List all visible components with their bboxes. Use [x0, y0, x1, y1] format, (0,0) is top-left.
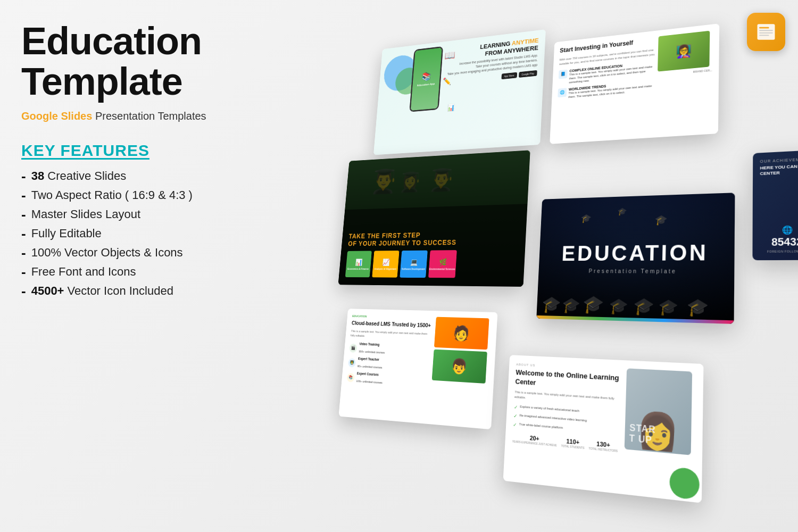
startup-text: START UP [629, 422, 656, 446]
slide2-content: Start Investing in Yourself With over 75… [556, 36, 659, 137]
app-store-btn[interactable]: App Store [501, 72, 517, 79]
slide6-item-2: 👨‍🏫 Expert Teacher 80+ unlimited courses [348, 356, 430, 373]
slide6-title: Cloud-based LMS Trusted by 1500+ [352, 319, 433, 329]
slide6-dot-2: 👨‍🏫 [348, 358, 356, 367]
slide7-feat1-text: Explore a variety of fresh educational t… [520, 404, 579, 413]
subtitle-rest: Presentation Templates [95, 110, 206, 122]
slide6-right: 🧑 👦 [429, 317, 492, 422]
slide-thumb-7: About Us Welcome to the Online Learning … [503, 355, 704, 503]
feature-text-5: 100% Vector Objects & Icons [31, 246, 183, 260]
slide7-feature-3: ✓ True white-label course platform [513, 421, 619, 436]
feature-bold-1: 38 [31, 169, 44, 182]
slide5-stats: 🌐 85432 FOREIGN FOLLOWERS 🏆 12233 CLASSE… [760, 222, 798, 253]
slide7-feat3-text: True white-label course platform [519, 422, 563, 430]
slide6-item3-text: 100+ unlimited courses [356, 380, 383, 385]
feature-text-3: Master Slides Layout [31, 207, 140, 221]
deco-pencil-icon: ✏️ [443, 77, 452, 86]
feature-dash-3: - [21, 207, 26, 221]
slide7-stat3-label: TOTAL INSTRUCTORS [588, 446, 618, 453]
slide6-item2-text: 80+ unlimited courses [358, 365, 383, 369]
slide7-feature-2: ✓ Re-imagined advanced interactive video… [513, 412, 620, 427]
slide6-item-3: 📚 Expert Courses 100+ unlimited courses [346, 371, 428, 389]
slide-thumb-1: 📚 Education App LEARNING ANYTIMEFROM ANY… [373, 29, 546, 155]
slide-thumb-3: 👨‍🎓 👩‍🎓 👨‍🎓 TAKE THE FIRST STEPOF YOUR J… [338, 150, 530, 287]
slide4-title-area: EDUCATION Presentation Template [561, 240, 708, 276]
slide7-stat1-label: YEARS EXPERIENCE JUST ACHIEVE [512, 439, 557, 447]
slides-preview: 📚 Education App LEARNING ANYTIMEFROM ANY… [319, 0, 798, 532]
check-icon-1: ✓ [514, 404, 518, 410]
feature-bold-7: 4500+ [31, 284, 64, 297]
slide7-photo: 👩 START UP [625, 368, 693, 455]
slide7-stats: 20+ YEARS EXPERIENCE JUST ACHIEVE 110+ T… [512, 433, 619, 453]
google-play-btn[interactable]: Google Play [519, 70, 537, 78]
slide7-stat-2: 110+ TOTAL STUDENTS [561, 437, 585, 450]
slide6-tag: Education [352, 314, 433, 320]
slide7-stat2-num: 110+ [561, 437, 585, 446]
slide2-image-area: 👩‍🏫 BRAND CER... [656, 30, 712, 131]
card-analysis: 📈 Analysis of Alignment [372, 251, 399, 278]
brand-name: Google Slides [21, 110, 92, 122]
feature-dash-7: - [21, 284, 26, 298]
slide3-content: TAKE THE FIRST STEPOF YOUR JOURNEY TO SU… [345, 230, 519, 278]
slide7-left: About Us Welcome to the Online Learning … [511, 363, 621, 485]
slide7-circle [669, 467, 700, 500]
slide-thumb-4: 🎓 🎓 🎓 🎓 🎓 🎓 🎓 🎓 🎓 🎓 EDUCATION Presentati… [536, 193, 735, 324]
feature-dash-1: - [21, 169, 26, 183]
slide3-tagline: TAKE THE FIRST STEPOF YOUR JOURNEY TO SU… [348, 230, 519, 247]
card-software: 💻 Software Development [400, 251, 427, 278]
slide6-item1-text: 300+ unlimited courses [359, 350, 385, 354]
slide6-dot-3: 📚 [346, 373, 354, 383]
slide6-item-1: 🎬 Video Training 300+ unlimited courses [349, 342, 430, 358]
feature-item-7: - 4500+ Vector Icon Included [21, 284, 287, 298]
slide7-stat-3: 130+ TOTAL INSTRUCTORS [588, 439, 618, 453]
feature-item-2: - Two Aspect Ratio ( 16:9 & 4:3 ) [21, 188, 287, 202]
deco-book-icon: 📖 [444, 49, 455, 61]
slide6-photos: 🧑 👦 [432, 317, 492, 384]
slide4-subtitle: Presentation Template [588, 268, 677, 275]
slide7-stat1-num: 20+ [512, 433, 558, 444]
slide2-brand-badge: BRAND CER... [693, 69, 712, 73]
stat-icon-1: 🌐 [767, 225, 798, 235]
slide7-title: Welcome to the Online Learning Center [515, 368, 621, 393]
key-features-heading: KEY FEATURES [21, 142, 287, 160]
slide6-item1-title: Video Training [359, 342, 385, 347]
slide7-stat3-num: 130+ [589, 439, 618, 449]
slide7-stat2-label: TOTAL STUDENTS [561, 444, 585, 449]
feature-dash-4: - [21, 227, 26, 240]
card-economics: 📊 Economics & Finance [345, 251, 372, 278]
feature-item-1: - 38 Creative Slides [21, 169, 287, 183]
slide3-cards: 📊 Economics & Finance 📈 Analysis of Alig… [345, 250, 518, 278]
slide2-icon-1: 📘 [559, 69, 568, 79]
check-icon-2: ✓ [513, 413, 518, 419]
left-panel: Education Template Google Slides Present… [21, 21, 287, 298]
feature-item-4: - Fully Editable [21, 227, 287, 240]
feature-dash-6: - [21, 265, 26, 279]
slide1-headline-area: LEARNING ANYTIMEFROM ANYWHERE Increase t… [446, 37, 539, 85]
feature-text-2: Two Aspect Ratio ( 16:9 & 4:3 ) [31, 188, 193, 202]
slide6-desc: This is a sample text. You simply add yo… [351, 329, 432, 342]
feature-text-4: Fully Editable [31, 227, 102, 240]
check-icon-3: ✓ [513, 422, 517, 428]
slide6-item2-title: Expert Teacher [358, 357, 383, 362]
slide6-left: Education Cloud-based LMS Trusted by 150… [344, 314, 433, 417]
slide-thumb-6: Education Cloud-based LMS Trusted by 150… [338, 309, 497, 429]
feature-list: - 38 Creative Slides - Two Aspect Ratio … [21, 169, 287, 298]
slide6-photo-green: 👦 [432, 350, 487, 384]
slide7-right: 👩 START UP [624, 368, 695, 493]
stat-item-1: 🌐 85432 FOREIGN FOLLOWERS [767, 225, 798, 253]
phone-mockup: 📚 Education App [409, 46, 443, 112]
feature-item-6: - Free Font and Icons [21, 265, 287, 279]
slide6-person2-icon: 👦 [451, 357, 468, 375]
slide1-anytime: ANYTIME [512, 37, 539, 47]
feature-dash-2: - [21, 188, 26, 202]
feature-item-3: - Master Slides Layout [21, 207, 287, 221]
slide6-item3-title: Expert Courses [357, 372, 384, 377]
stat-number-1: 85432 [767, 236, 798, 249]
card-env: 🌿 Environmental Sciences [428, 250, 457, 278]
page-title: Education Template [21, 21, 287, 102]
slide5-header: OUR ACHIEVEMENTS [760, 151, 798, 163]
deco-chart-icon: 📊 [447, 104, 455, 112]
slide6-dot-1: 🎬 [349, 344, 357, 353]
slide6-person1-icon: 🧑 [453, 325, 470, 342]
slide7-desc: This is a sample text. You simply add yo… [514, 389, 620, 406]
